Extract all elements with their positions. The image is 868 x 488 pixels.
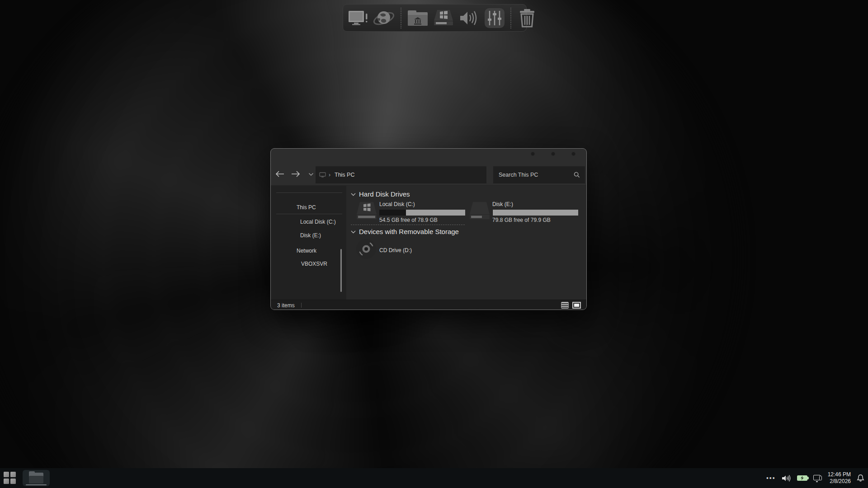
drive-usage-bar bbox=[379, 210, 465, 216]
status-divider bbox=[301, 303, 302, 308]
drive-caption: 79.8 GB free of 79.9 GB bbox=[492, 217, 551, 223]
sidebar-item-this-pc[interactable]: This PC bbox=[297, 203, 316, 211]
drive-caption: 54.5 GB free of 78.9 GB bbox=[379, 217, 438, 223]
section-hard-disk-drives[interactable]: Hard Disk Drives bbox=[351, 189, 410, 199]
clock-date: 2/8/2026 bbox=[828, 478, 851, 485]
dock-separator bbox=[401, 8, 401, 28]
start-icon bbox=[4, 472, 9, 477]
search-box bbox=[493, 166, 585, 183]
search-icon[interactable] bbox=[574, 172, 580, 178]
sidebar-item-local-disk-c[interactable]: Local Disk (C:) bbox=[300, 218, 336, 226]
cd-disc-icon[interactable] bbox=[355, 238, 377, 260]
chevron-down-icon bbox=[308, 173, 314, 176]
navigation-bar: › This PC bbox=[271, 164, 586, 186]
content-pane: Hard Disk Drives Local Disk (C:) bbox=[346, 186, 586, 300]
windows-drive-icon[interactable] bbox=[355, 201, 378, 222]
selection-focus-line bbox=[351, 225, 465, 225]
forward-button[interactable] bbox=[291, 170, 300, 178]
drive-name[interactable]: Local Disk (C:) bbox=[379, 201, 415, 207]
breadcrumb[interactable]: This PC bbox=[335, 172, 354, 178]
back-arrow-icon bbox=[275, 170, 284, 178]
maximize-button[interactable] bbox=[551, 152, 555, 156]
this-pc-icon bbox=[319, 172, 326, 178]
volume-icon[interactable] bbox=[458, 9, 480, 27]
taskbar-file-explorer[interactable] bbox=[23, 470, 50, 486]
file-explorer-icon bbox=[29, 473, 43, 483]
cd-drive-name[interactable]: CD Drive (D:) bbox=[379, 247, 412, 253]
drive-name[interactable]: Disk (E:) bbox=[492, 201, 513, 207]
desktop: › This PC This PC Local Disk (C:) Disk (… bbox=[0, 0, 868, 488]
close-button[interactable] bbox=[571, 152, 576, 156]
sidebar-divider bbox=[276, 214, 342, 214]
start-button[interactable] bbox=[4, 472, 17, 484]
explorer-body: This PC Local Disk (C:) Disk (E:) Networ… bbox=[271, 186, 586, 300]
display-device-icon[interactable] bbox=[813, 475, 822, 482]
monitor-alert-icon[interactable] bbox=[348, 9, 368, 27]
sidebar-item-disk-e[interactable]: Disk (E:) bbox=[300, 231, 321, 239]
sidebar-item-vboxsvr[interactable]: VBOXSVR bbox=[301, 260, 327, 268]
forward-arrow-icon bbox=[291, 170, 300, 178]
section-collapse-icon[interactable] bbox=[351, 230, 356, 234]
battery-charging-icon[interactable] bbox=[797, 475, 807, 481]
drive-usage-fill bbox=[492, 210, 493, 216]
breadcrumb-chevron: › bbox=[329, 172, 330, 178]
notification-bell-icon[interactable] bbox=[857, 474, 864, 482]
system-tray: ••• 12:46 PM 2/8/2026 bbox=[766, 468, 864, 488]
search-input[interactable] bbox=[493, 172, 574, 178]
address-bar[interactable]: › This PC bbox=[316, 166, 486, 183]
trash-icon[interactable] bbox=[517, 8, 538, 28]
window-titlebar[interactable] bbox=[271, 149, 586, 164]
minimize-button[interactable] bbox=[531, 152, 535, 156]
section-removable-storage[interactable]: Devices with Removable Storage bbox=[351, 227, 459, 237]
clock-time: 12:46 PM bbox=[828, 471, 851, 478]
sidebar-divider bbox=[276, 192, 342, 193]
network-globe-icon[interactable] bbox=[373, 8, 395, 28]
running-app-indicator bbox=[26, 484, 47, 486]
volume-tray-icon[interactable] bbox=[782, 474, 791, 482]
mixer-sliders-icon[interactable] bbox=[484, 8, 505, 28]
shared-folder-icon[interactable] bbox=[407, 9, 429, 27]
drive-usage-fill bbox=[379, 210, 406, 216]
taskbar-clock[interactable]: 12:46 PM 2/8/2026 bbox=[828, 471, 851, 485]
recent-locations-button[interactable] bbox=[308, 173, 314, 176]
status-bar: 3 items bbox=[271, 300, 586, 310]
drive-icon[interactable] bbox=[468, 201, 491, 222]
system-drive-icon[interactable] bbox=[433, 9, 454, 27]
back-button[interactable] bbox=[275, 170, 284, 178]
navigation-pane: This PC Local Disk (C:) Disk (E:) Networ… bbox=[271, 186, 346, 300]
sidebar-item-network[interactable]: Network bbox=[297, 247, 316, 255]
file-explorer-window: › This PC This PC Local Disk (C:) Disk (… bbox=[270, 148, 587, 310]
section-collapse-icon[interactable] bbox=[351, 193, 356, 196]
top-dock bbox=[343, 4, 527, 32]
tray-overflow-icon[interactable]: ••• bbox=[766, 476, 776, 480]
dock-separator bbox=[510, 8, 511, 28]
drive-usage-bar bbox=[492, 210, 578, 216]
details-view-button[interactable] bbox=[561, 302, 569, 309]
taskbar: ••• 12:46 PM 2/8/2026 bbox=[0, 468, 868, 488]
items-count: 3 items bbox=[277, 302, 295, 309]
large-icons-view-button[interactable] bbox=[572, 302, 581, 309]
sidebar-scrollbar[interactable] bbox=[340, 249, 342, 292]
